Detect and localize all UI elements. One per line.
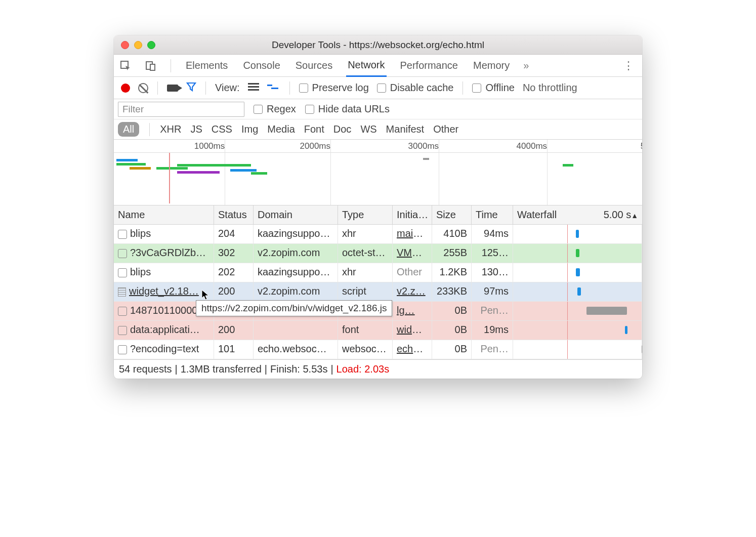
type-font[interactable]: Font [304, 123, 324, 135]
table-cell[interactable]: v2.zopim.com [254, 244, 338, 263]
table-cell[interactable]: 0B [432, 340, 472, 359]
col-waterfall[interactable]: Waterfall 5.00 s▲ [513, 205, 642, 225]
table-cell[interactable]: 97ms [472, 282, 513, 302]
table-cell[interactable]: 94ms [472, 225, 513, 244]
col-time[interactable]: Time [472, 205, 513, 225]
table-cell[interactable]: 255B [432, 244, 472, 263]
type-other[interactable]: Other [433, 123, 458, 135]
table-cell[interactable]: script [338, 282, 393, 302]
table-cell[interactable]: echo.websoc… [254, 340, 338, 359]
tab-sources[interactable]: Sources [294, 55, 334, 77]
table-cell[interactable] [513, 282, 642, 302]
table-cell[interactable]: 204 [214, 225, 254, 244]
row-checkbox[interactable] [118, 326, 127, 335]
table-cell[interactable]: echo… [393, 340, 432, 359]
table-cell[interactable]: v2.zopim.com [254, 282, 338, 302]
table-cell[interactable]: widget_v2.18… [114, 282, 214, 302]
col-type[interactable]: Type [338, 205, 393, 225]
table-cell[interactable]: 0B [432, 302, 472, 321]
table-cell[interactable]: font [338, 321, 393, 340]
tab-elements[interactable]: Elements [184, 55, 229, 77]
type-media[interactable]: Media [267, 123, 295, 135]
table-cell[interactable]: Other [393, 263, 432, 282]
tab-performance[interactable]: Performance [399, 55, 460, 77]
table-cell[interactable]: xhr [338, 263, 393, 282]
row-checkbox[interactable] [118, 345, 127, 354]
table-cell[interactable]: 0B [432, 321, 472, 340]
table-cell[interactable] [254, 321, 338, 340]
table-cell[interactable]: 200 [214, 321, 254, 340]
overview-toggle-icon[interactable] [267, 82, 280, 94]
table-cell[interactable]: 130… [472, 263, 513, 282]
table-cell[interactable]: 1.2KB [432, 263, 472, 282]
col-name[interactable]: Name [114, 205, 214, 225]
row-checkbox[interactable] [118, 307, 127, 316]
clear-button[interactable] [138, 83, 148, 93]
table-cell[interactable]: kaazingsuppo… [254, 225, 338, 244]
throttling-select[interactable]: No throttling [523, 82, 577, 94]
table-cell[interactable]: 302 [214, 244, 254, 263]
table-cell[interactable]: blips [114, 263, 214, 282]
table-cell[interactable]: xhr [338, 225, 393, 244]
device-toolbar-icon[interactable] [144, 59, 157, 72]
table-cell[interactable]: 101 [214, 340, 254, 359]
table-cell[interactable]: ?encoding=text [114, 340, 214, 359]
row-checkbox[interactable] [118, 268, 127, 277]
table-cell[interactable]: 410B [432, 225, 472, 244]
preserve-log-checkbox[interactable]: Preserve log [299, 82, 369, 94]
table-cell[interactable]: Pen… [472, 340, 513, 359]
filter-input[interactable] [118, 102, 244, 117]
table-cell[interactable]: Pen… [472, 302, 513, 321]
type-js[interactable]: JS [190, 123, 202, 135]
timeline-overview[interactable]: 1000ms 2000ms 3000ms 4000ms 50 [114, 140, 642, 205]
table-cell[interactable]: 19ms [472, 321, 513, 340]
regex-checkbox[interactable]: Regex [254, 103, 296, 115]
type-ws[interactable]: WS [360, 123, 376, 135]
row-checkbox[interactable] [118, 230, 127, 239]
filter-toggle-icon[interactable] [186, 81, 196, 94]
table-cell[interactable]: main… [393, 225, 432, 244]
inspect-icon[interactable] [119, 59, 132, 72]
disable-cache-checkbox[interactable]: Disable cache [377, 82, 454, 94]
col-initiator[interactable]: Initia… [393, 205, 432, 225]
tabs-overflow-icon[interactable]: » [523, 60, 529, 71]
type-css[interactable]: CSS [212, 123, 232, 135]
offline-checkbox[interactable]: Offline [472, 82, 514, 94]
tab-memory[interactable]: Memory [472, 55, 511, 77]
capture-screenshots-icon[interactable] [167, 85, 178, 92]
col-status[interactable]: Status [214, 205, 254, 225]
table-cell[interactable] [513, 340, 642, 359]
type-all[interactable]: All [118, 122, 139, 137]
table-cell[interactable] [513, 225, 642, 244]
table-cell[interactable]: octet-str… [338, 244, 393, 263]
table-cell[interactable] [513, 263, 642, 282]
record-button[interactable] [121, 84, 130, 93]
table-cell[interactable]: blips [114, 225, 214, 244]
table-cell[interactable]: ?3vCaGRDlZb… [114, 244, 214, 263]
type-manifest[interactable]: Manifest [386, 123, 425, 135]
row-checkbox[interactable] [118, 249, 127, 258]
table-cell[interactable]: 202 [214, 263, 254, 282]
col-domain[interactable]: Domain [254, 205, 338, 225]
table-cell[interactable]: VM1… [393, 244, 432, 263]
table-cell[interactable]: 125… [472, 244, 513, 263]
type-xhr[interactable]: XHR [160, 123, 181, 135]
table-cell[interactable]: data:applicati… [114, 321, 214, 340]
table-cell[interactable] [513, 321, 642, 340]
table-cell[interactable]: v2.z… [393, 282, 432, 302]
table-cell[interactable]: lg… [393, 302, 432, 321]
timeline-playhead[interactable] [169, 153, 170, 203]
tab-console[interactable]: Console [241, 55, 281, 77]
type-doc[interactable]: Doc [333, 123, 352, 135]
table-cell[interactable]: 200 [214, 282, 254, 302]
col-size[interactable]: Size [432, 205, 472, 225]
table-cell[interactable]: 233KB [432, 282, 472, 302]
table-cell[interactable] [513, 302, 642, 321]
table-cell[interactable] [513, 244, 642, 263]
table-cell[interactable]: kaazingsuppo… [254, 263, 338, 282]
large-rows-icon[interactable] [248, 82, 259, 94]
type-img[interactable]: Img [241, 123, 258, 135]
tab-network[interactable]: Network [346, 55, 386, 77]
settings-menu-icon[interactable]: ⋮ [620, 59, 637, 72]
hide-data-urls-checkbox[interactable]: Hide data URLs [305, 103, 390, 115]
